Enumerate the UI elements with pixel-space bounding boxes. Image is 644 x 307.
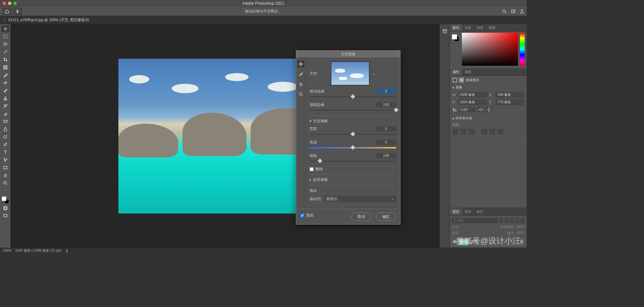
- align-vcenter-button[interactable]: [489, 129, 495, 135]
- brush-tool[interactable]: [1, 87, 9, 94]
- zoom-level[interactable]: 100%: [3, 249, 11, 252]
- lasso-tool[interactable]: [1, 41, 9, 48]
- align-hcenter-button[interactable]: [461, 129, 467, 135]
- screen-mode-button[interactable]: [1, 212, 9, 219]
- layer-filter-input[interactable]: [452, 218, 498, 223]
- color-field[interactable]: [462, 33, 518, 66]
- path-select-tool[interactable]: [1, 157, 9, 163]
- pen-tool[interactable]: [1, 141, 9, 148]
- cancel-button[interactable]: 取消: [351, 212, 371, 221]
- tab-paths[interactable]: 路径: [474, 208, 486, 215]
- sky-preset-picker[interactable]: [331, 61, 370, 85]
- minimize-window-button[interactable]: [8, 2, 11, 5]
- healing-tool[interactable]: [1, 79, 9, 86]
- preview-checkbox[interactable]: [300, 213, 304, 218]
- filter-smart-button[interactable]: [521, 218, 525, 224]
- filter-adjust-button[interactable]: [504, 218, 508, 224]
- sky-brush-tool[interactable]: [298, 71, 304, 77]
- zoom-tool[interactable]: [1, 180, 9, 186]
- hue-slider[interactable]: [520, 33, 525, 66]
- share-button[interactable]: [519, 9, 525, 14]
- flip-v-button[interactable]: [486, 107, 492, 113]
- scale-slider[interactable]: [310, 159, 396, 163]
- align-section-title[interactable]: ▾对齐并分布: [452, 116, 524, 121]
- brightness-slider[interactable]: [310, 132, 396, 136]
- collapsed-panel-button[interactable]: [440, 27, 449, 36]
- stamp-tool[interactable]: [1, 95, 9, 102]
- filter-shape-button[interactable]: [515, 218, 519, 224]
- flip-h-button[interactable]: [478, 107, 484, 113]
- flip-checkbox[interactable]: [310, 167, 314, 171]
- tab-layers[interactable]: 图层: [450, 208, 462, 215]
- search-button[interactable]: [502, 9, 507, 14]
- layer-lock-icon[interactable]: [519, 239, 524, 245]
- tab-swatches[interactable]: 色板: [462, 24, 474, 31]
- shape-tool[interactable]: [1, 164, 9, 171]
- more-options-button[interactable]: ⋯: [452, 137, 524, 141]
- align-top-button[interactable]: [481, 129, 487, 135]
- document-info[interactable]: 1920 像素 x 1080 像素 (72 ppi): [15, 248, 61, 253]
- width-input[interactable]: 2688 像素: [459, 92, 487, 98]
- tab-color[interactable]: 颜色: [450, 24, 462, 31]
- gradient-tool[interactable]: [1, 118, 9, 125]
- frame-tool[interactable]: [1, 64, 9, 71]
- fade-edge-slider[interactable]: [310, 108, 396, 112]
- transform-section-title[interactable]: ▾变换: [452, 85, 524, 90]
- height-input[interactable]: 1664 像素: [459, 99, 487, 105]
- layer-visibility-toggle[interactable]: [452, 239, 457, 245]
- quick-mask-button[interactable]: [1, 205, 9, 211]
- close-tab-button[interactable]: ×: [3, 18, 5, 22]
- angle-input[interactable]: 0.00°: [459, 107, 476, 112]
- marquee-tool[interactable]: [1, 33, 9, 40]
- crop-tool[interactable]: [1, 56, 9, 63]
- align-left-button[interactable]: [452, 129, 459, 135]
- document-tab[interactable]: × 52112_eVRfFgnV.jpg @ 100% (天空, 图层蒙版/8): [0, 16, 93, 24]
- temperature-value[interactable]: 0: [376, 140, 396, 145]
- output-to-select[interactable]: 新图层⌄: [324, 196, 396, 202]
- brightness-value[interactable]: 0: [376, 126, 396, 131]
- home-button[interactable]: [2, 8, 11, 15]
- scale-value[interactable]: 100: [376, 153, 396, 158]
- shift-edge-value[interactable]: 0: [376, 89, 396, 94]
- align-right-button[interactable]: [469, 129, 475, 135]
- color-swatches[interactable]: [2, 196, 9, 204]
- opacity-input[interactable]: 100%: [516, 225, 525, 230]
- workspace-button[interactable]: [511, 9, 516, 14]
- filter-pixel-button[interactable]: [499, 218, 503, 224]
- dodge-tool[interactable]: [1, 133, 9, 140]
- maximize-window-button[interactable]: [13, 2, 17, 5]
- fill-input[interactable]: 100%: [516, 231, 525, 236]
- sky-move-tool[interactable]: [298, 61, 304, 67]
- x-input[interactable]: -384 像素: [495, 92, 524, 98]
- hand-tool[interactable]: [1, 172, 9, 179]
- history-brush-tool[interactable]: [1, 103, 9, 109]
- sky-hand-tool[interactable]: [298, 81, 304, 87]
- layer-item-background[interactable]: 背景: [451, 238, 525, 246]
- fg-color-swatch[interactable]: [2, 196, 6, 201]
- close-window-button[interactable]: [3, 2, 6, 5]
- layer-thumbnail[interactable]: [459, 239, 469, 245]
- blend-mode-select[interactable]: 正常: [452, 225, 499, 230]
- sky-zoom-tool[interactable]: [298, 91, 304, 98]
- edit-toolbar-button[interactable]: ⋯: [1, 187, 9, 194]
- type-tool[interactable]: [1, 149, 9, 156]
- sky-adjustments-section[interactable]: ▾天空调整: [310, 119, 396, 124]
- temperature-slider[interactable]: [310, 146, 396, 150]
- status-caret[interactable]: ❯: [65, 249, 68, 252]
- tab-properties[interactable]: 属性: [450, 68, 462, 75]
- foreground-adjustments-section[interactable]: ▸前景调整: [310, 177, 396, 182]
- blur-tool[interactable]: [1, 126, 9, 132]
- fade-edge-value[interactable]: 100: [376, 102, 396, 107]
- tab-gradients[interactable]: 渐变: [474, 24, 486, 31]
- tab-patterns[interactable]: 图案: [486, 24, 498, 31]
- shift-edge-slider[interactable]: [310, 95, 396, 99]
- layer-name[interactable]: 背景: [471, 240, 478, 245]
- align-bottom-button[interactable]: [497, 129, 503, 135]
- eraser-tool[interactable]: [1, 110, 9, 117]
- color-swatches-panel[interactable]: [452, 34, 459, 42]
- tab-adjustments[interactable]: 调整: [462, 68, 474, 75]
- dialog-title[interactable]: 天空替换: [296, 51, 400, 58]
- sky-preset-dropdown[interactable]: ⌄: [372, 71, 375, 76]
- eyedropper-tool[interactable]: [1, 72, 9, 78]
- wand-tool[interactable]: [1, 49, 9, 55]
